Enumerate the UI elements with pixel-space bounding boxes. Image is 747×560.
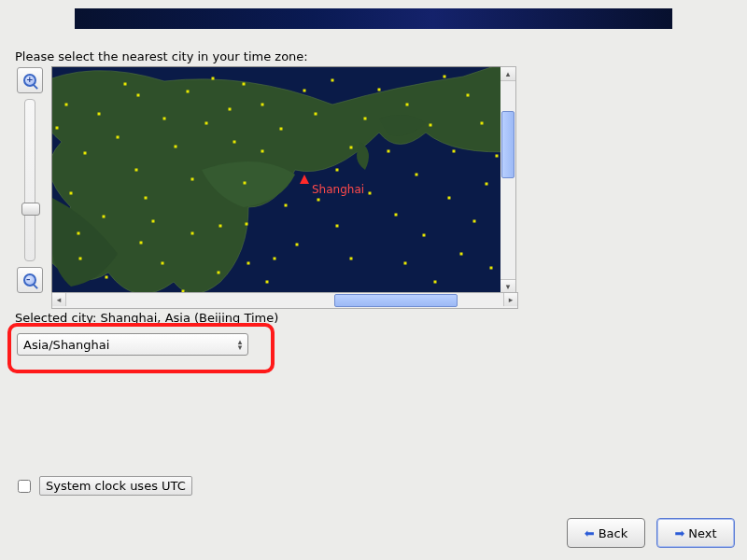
- svg-rect-27: [219, 225, 222, 228]
- timezone-select[interactable]: Asia/Shanghai ▴▾: [17, 333, 248, 356]
- svg-rect-63: [460, 253, 463, 256]
- svg-rect-53: [395, 214, 398, 217]
- svg-rect-65: [473, 220, 476, 223]
- header-banner: [75, 8, 672, 29]
- svg-text:Shanghai: Shanghai: [312, 183, 364, 196]
- back-button-label: Back: [599, 526, 628, 540]
- svg-rect-3: [70, 192, 73, 195]
- scroll-right-arrow-icon[interactable]: ▸: [503, 293, 517, 306]
- svg-rect-4: [78, 232, 80, 235]
- svg-rect-8: [103, 216, 106, 218]
- combo-spinner-icon: ▴▾: [233, 339, 247, 350]
- svg-rect-1: [56, 127, 59, 130]
- svg-rect-59: [434, 281, 437, 284]
- timezone-map[interactable]: Shanghai: [51, 66, 501, 293]
- svg-rect-64: [467, 94, 470, 97]
- svg-rect-28: [229, 108, 232, 111]
- svg-rect-18: [163, 118, 166, 120]
- zoom-slider-track[interactable]: [24, 99, 35, 261]
- svg-rect-26: [218, 272, 220, 274]
- timezone-select-value: Asia/Shanghai: [23, 338, 109, 352]
- svg-rect-69: [496, 155, 499, 158]
- svg-rect-56: [416, 174, 418, 176]
- next-button[interactable]: ➡ Next: [656, 518, 735, 548]
- scroll-up-arrow-icon[interactable]: ▴: [500, 67, 515, 81]
- svg-rect-58: [430, 124, 432, 127]
- svg-rect-45: [336, 169, 339, 172]
- svg-rect-11: [124, 83, 127, 86]
- svg-rect-13: [135, 169, 138, 172]
- svg-rect-19: [175, 146, 177, 148]
- svg-rect-68: [490, 267, 493, 270]
- svg-rect-47: [350, 147, 353, 149]
- next-button-label: Next: [688, 526, 716, 540]
- svg-rect-10: [117, 136, 120, 139]
- svg-rect-20: [187, 91, 190, 93]
- svg-rect-12: [137, 94, 140, 97]
- magnifier-minus-icon: –: [23, 273, 36, 287]
- selected-city-label: Selected city: Shanghai, Asia (Beijing T…: [15, 311, 278, 325]
- magnifier-plus-icon: +: [23, 74, 36, 87]
- svg-rect-6: [79, 258, 82, 260]
- svg-rect-52: [388, 150, 390, 153]
- svg-rect-24: [205, 122, 208, 125]
- svg-rect-41: [303, 90, 306, 92]
- vertical-scroll-thumb[interactable]: [501, 111, 514, 178]
- svg-rect-42: [315, 113, 317, 116]
- arrow-right-icon: ➡: [674, 526, 684, 540]
- svg-rect-49: [364, 118, 367, 120]
- arrow-left-icon: ⬅: [585, 526, 595, 540]
- svg-rect-62: [453, 150, 456, 153]
- svg-rect-54: [404, 262, 407, 265]
- svg-rect-30: [244, 182, 247, 185]
- svg-rect-39: [285, 204, 288, 207]
- svg-rect-40: [296, 244, 299, 246]
- svg-rect-5: [84, 152, 87, 155]
- svg-rect-61: [448, 197, 451, 200]
- svg-rect-33: [247, 262, 250, 265]
- svg-rect-7: [98, 113, 101, 116]
- utc-checkbox[interactable]: [18, 480, 31, 493]
- svg-rect-51: [378, 89, 381, 91]
- svg-rect-34: [261, 104, 264, 106]
- svg-rect-22: [191, 232, 194, 235]
- map-vertical-scrollbar[interactable]: ▴ ▾: [500, 66, 516, 294]
- svg-rect-2: [65, 104, 68, 106]
- back-button[interactable]: ⬅ Back: [567, 518, 645, 548]
- svg-rect-57: [423, 234, 426, 237]
- svg-rect-17: [162, 262, 164, 265]
- svg-rect-48: [350, 258, 353, 260]
- svg-rect-31: [243, 83, 246, 86]
- horizontal-scroll-thumb[interactable]: [334, 294, 458, 307]
- svg-rect-14: [140, 242, 143, 245]
- svg-rect-25: [212, 77, 215, 80]
- zoom-in-button[interactable]: +: [17, 67, 43, 93]
- svg-rect-15: [145, 197, 148, 200]
- zoom-control: + –: [17, 67, 43, 291]
- zoom-slider-handle[interactable]: [21, 203, 40, 216]
- svg-rect-9: [106, 276, 108, 279]
- svg-rect-16: [152, 220, 155, 223]
- instruction-text: Please select the nearest city in your t…: [15, 49, 308, 63]
- svg-rect-67: [486, 183, 488, 186]
- svg-rect-29: [233, 141, 236, 144]
- svg-rect-44: [331, 79, 334, 82]
- svg-rect-38: [280, 128, 283, 131]
- zoom-out-button[interactable]: –: [17, 267, 43, 293]
- svg-rect-60: [444, 76, 446, 78]
- scroll-down-arrow-icon[interactable]: ▾: [500, 279, 515, 293]
- svg-rect-66: [481, 122, 484, 125]
- utc-label[interactable]: System clock uses UTC: [39, 476, 192, 496]
- svg-rect-43: [317, 199, 320, 202]
- svg-rect-35: [261, 150, 264, 153]
- map-horizontal-scrollbar[interactable]: ◂ ▸: [51, 292, 518, 309]
- svg-rect-50: [369, 192, 372, 195]
- svg-rect-46: [336, 225, 339, 228]
- scroll-left-arrow-icon[interactable]: ◂: [52, 293, 66, 306]
- svg-rect-37: [274, 258, 276, 260]
- svg-rect-21: [191, 178, 194, 181]
- svg-rect-36: [266, 281, 269, 284]
- svg-rect-32: [246, 223, 248, 226]
- svg-rect-55: [406, 104, 409, 106]
